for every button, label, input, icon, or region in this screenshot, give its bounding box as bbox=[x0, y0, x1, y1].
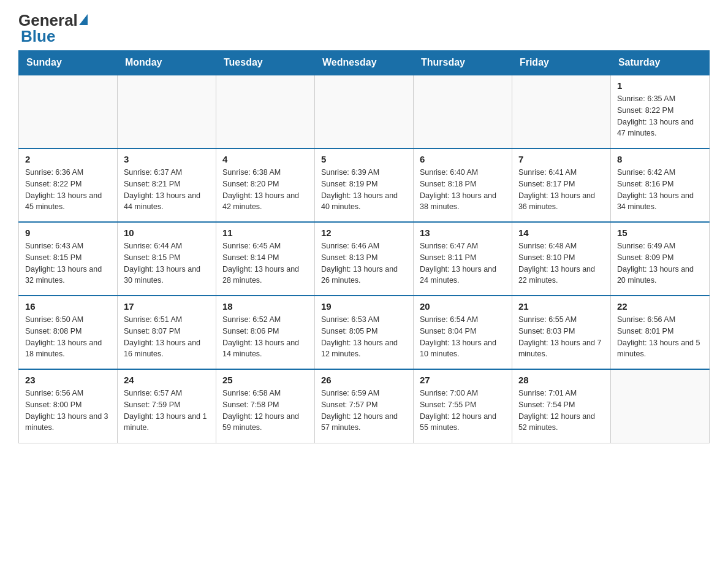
day-info: Sunrise: 6:56 AM Sunset: 8:01 PM Dayligh… bbox=[617, 314, 703, 360]
day-info: Sunrise: 6:47 AM Sunset: 8:11 PM Dayligh… bbox=[420, 240, 506, 286]
day-number: 20 bbox=[420, 301, 506, 312]
day-info: Sunrise: 6:38 AM Sunset: 8:20 PM Dayligh… bbox=[222, 167, 308, 213]
weekday-monday: Monday bbox=[117, 51, 216, 75]
day-number: 14 bbox=[518, 228, 604, 238]
day-info: Sunrise: 6:37 AM Sunset: 8:21 PM Dayligh… bbox=[124, 167, 210, 213]
calendar-cell: 5Sunrise: 6:39 AM Sunset: 8:19 PM Daylig… bbox=[314, 148, 413, 222]
page-header: General Blue bbox=[18, 12, 710, 44]
calendar-cell: 16Sunrise: 6:50 AM Sunset: 8:08 PM Dayli… bbox=[19, 296, 118, 369]
day-info: Sunrise: 6:46 AM Sunset: 8:13 PM Dayligh… bbox=[321, 240, 407, 286]
day-info: Sunrise: 7:01 AM Sunset: 7:54 PM Dayligh… bbox=[518, 388, 604, 434]
day-info: Sunrise: 6:48 AM Sunset: 8:10 PM Dayligh… bbox=[518, 240, 604, 286]
logo-blue-text: Blue bbox=[21, 28, 55, 44]
day-number: 4 bbox=[222, 154, 308, 164]
day-number: 7 bbox=[518, 154, 604, 164]
day-number: 12 bbox=[321, 228, 407, 238]
weekday-saturday: Saturday bbox=[610, 51, 709, 75]
day-info: Sunrise: 6:51 AM Sunset: 8:07 PM Dayligh… bbox=[124, 314, 210, 360]
calendar-cell: 15Sunrise: 6:49 AM Sunset: 8:09 PM Dayli… bbox=[610, 222, 709, 296]
calendar-cell: 20Sunrise: 6:54 AM Sunset: 8:04 PM Dayli… bbox=[413, 296, 512, 369]
calendar-cell: 25Sunrise: 6:58 AM Sunset: 7:58 PM Dayli… bbox=[216, 369, 314, 443]
calendar-cell: 11Sunrise: 6:45 AM Sunset: 8:14 PM Dayli… bbox=[216, 222, 314, 296]
logo-general-text: General bbox=[18, 12, 78, 28]
day-number: 8 bbox=[617, 154, 703, 164]
day-number: 28 bbox=[518, 375, 604, 385]
day-info: Sunrise: 6:50 AM Sunset: 8:08 PM Dayligh… bbox=[25, 314, 111, 360]
day-number: 3 bbox=[124, 154, 210, 164]
logo-triangle-icon bbox=[79, 14, 88, 25]
day-info: Sunrise: 6:57 AM Sunset: 7:59 PM Dayligh… bbox=[124, 388, 210, 434]
day-number: 13 bbox=[420, 228, 506, 238]
calendar-cell: 21Sunrise: 6:55 AM Sunset: 8:03 PM Dayli… bbox=[512, 296, 610, 369]
day-number: 18 bbox=[222, 301, 308, 312]
calendar-cell: 10Sunrise: 6:44 AM Sunset: 8:15 PM Dayli… bbox=[117, 222, 216, 296]
calendar-cell: 26Sunrise: 6:59 AM Sunset: 7:57 PM Dayli… bbox=[314, 369, 413, 443]
day-info: Sunrise: 6:59 AM Sunset: 7:57 PM Dayligh… bbox=[321, 388, 407, 434]
calendar-cell: 14Sunrise: 6:48 AM Sunset: 8:10 PM Dayli… bbox=[512, 222, 610, 296]
week-row-3: 9Sunrise: 6:43 AM Sunset: 8:15 PM Daylig… bbox=[19, 222, 710, 296]
day-number: 1 bbox=[617, 80, 703, 91]
calendar-cell: 4Sunrise: 6:38 AM Sunset: 8:20 PM Daylig… bbox=[216, 148, 314, 222]
calendar-cell: 23Sunrise: 6:56 AM Sunset: 8:00 PM Dayli… bbox=[19, 369, 118, 443]
day-info: Sunrise: 6:41 AM Sunset: 8:17 PM Dayligh… bbox=[518, 167, 604, 213]
day-info: Sunrise: 6:45 AM Sunset: 8:14 PM Dayligh… bbox=[222, 240, 308, 286]
day-number: 25 bbox=[222, 375, 308, 385]
day-info: Sunrise: 6:42 AM Sunset: 8:16 PM Dayligh… bbox=[617, 167, 703, 213]
calendar-cell bbox=[19, 75, 118, 148]
day-number: 16 bbox=[25, 301, 111, 312]
day-info: Sunrise: 6:36 AM Sunset: 8:22 PM Dayligh… bbox=[25, 167, 111, 213]
calendar-cell: 28Sunrise: 7:01 AM Sunset: 7:54 PM Dayli… bbox=[512, 369, 610, 443]
week-row-2: 2Sunrise: 6:36 AM Sunset: 8:22 PM Daylig… bbox=[19, 148, 710, 222]
day-info: Sunrise: 6:39 AM Sunset: 8:19 PM Dayligh… bbox=[321, 167, 407, 213]
day-number: 27 bbox=[420, 375, 506, 385]
calendar-cell: 7Sunrise: 6:41 AM Sunset: 8:17 PM Daylig… bbox=[512, 148, 610, 222]
calendar-cell: 19Sunrise: 6:53 AM Sunset: 8:05 PM Dayli… bbox=[314, 296, 413, 369]
day-number: 9 bbox=[25, 228, 111, 238]
calendar-cell bbox=[610, 369, 709, 443]
day-info: Sunrise: 6:49 AM Sunset: 8:09 PM Dayligh… bbox=[617, 240, 703, 286]
calendar-cell: 17Sunrise: 6:51 AM Sunset: 8:07 PM Dayli… bbox=[117, 296, 216, 369]
week-row-4: 16Sunrise: 6:50 AM Sunset: 8:08 PM Dayli… bbox=[19, 296, 710, 369]
day-number: 24 bbox=[124, 375, 210, 385]
day-number: 6 bbox=[420, 154, 506, 164]
week-row-5: 23Sunrise: 6:56 AM Sunset: 8:00 PM Dayli… bbox=[19, 369, 710, 443]
day-info: Sunrise: 6:53 AM Sunset: 8:05 PM Dayligh… bbox=[321, 314, 407, 360]
day-number: 17 bbox=[124, 301, 210, 312]
calendar-cell: 12Sunrise: 6:46 AM Sunset: 8:13 PM Dayli… bbox=[314, 222, 413, 296]
calendar-cell: 3Sunrise: 6:37 AM Sunset: 8:21 PM Daylig… bbox=[117, 148, 216, 222]
day-info: Sunrise: 7:00 AM Sunset: 7:55 PM Dayligh… bbox=[420, 388, 506, 434]
day-info: Sunrise: 6:40 AM Sunset: 8:18 PM Dayligh… bbox=[420, 167, 506, 213]
calendar-cell: 9Sunrise: 6:43 AM Sunset: 8:15 PM Daylig… bbox=[19, 222, 118, 296]
calendar-cell: 27Sunrise: 7:00 AM Sunset: 7:55 PM Dayli… bbox=[413, 369, 512, 443]
day-info: Sunrise: 6:52 AM Sunset: 8:06 PM Dayligh… bbox=[222, 314, 308, 360]
day-info: Sunrise: 6:44 AM Sunset: 8:15 PM Dayligh… bbox=[124, 240, 210, 286]
calendar-cell: 8Sunrise: 6:42 AM Sunset: 8:16 PM Daylig… bbox=[610, 148, 709, 222]
day-number: 26 bbox=[321, 375, 407, 385]
calendar-cell: 18Sunrise: 6:52 AM Sunset: 8:06 PM Dayli… bbox=[216, 296, 314, 369]
day-number: 23 bbox=[25, 375, 111, 385]
day-info: Sunrise: 6:55 AM Sunset: 8:03 PM Dayligh… bbox=[518, 314, 604, 360]
day-number: 21 bbox=[518, 301, 604, 312]
weekday-sunday: Sunday bbox=[19, 51, 118, 75]
day-number: 5 bbox=[321, 154, 407, 164]
calendar-cell: 1Sunrise: 6:35 AM Sunset: 8:22 PM Daylig… bbox=[610, 75, 709, 148]
day-info: Sunrise: 6:43 AM Sunset: 8:15 PM Dayligh… bbox=[25, 240, 111, 286]
weekday-tuesday: Tuesday bbox=[216, 51, 314, 75]
weekday-wednesday: Wednesday bbox=[314, 51, 413, 75]
weekday-thursday: Thursday bbox=[413, 51, 512, 75]
day-number: 10 bbox=[124, 228, 210, 238]
day-number: 2 bbox=[25, 154, 111, 164]
weekday-friday: Friday bbox=[512, 51, 610, 75]
day-number: 15 bbox=[617, 228, 703, 238]
calendar-cell bbox=[413, 75, 512, 148]
week-row-1: 1Sunrise: 6:35 AM Sunset: 8:22 PM Daylig… bbox=[19, 75, 710, 148]
calendar-cell: 2Sunrise: 6:36 AM Sunset: 8:22 PM Daylig… bbox=[19, 148, 118, 222]
day-info: Sunrise: 6:58 AM Sunset: 7:58 PM Dayligh… bbox=[222, 388, 308, 434]
calendar-cell: 6Sunrise: 6:40 AM Sunset: 8:18 PM Daylig… bbox=[413, 148, 512, 222]
day-info: Sunrise: 6:56 AM Sunset: 8:00 PM Dayligh… bbox=[25, 388, 111, 434]
calendar-cell: 13Sunrise: 6:47 AM Sunset: 8:11 PM Dayli… bbox=[413, 222, 512, 296]
day-info: Sunrise: 6:35 AM Sunset: 8:22 PM Dayligh… bbox=[617, 93, 703, 139]
weekday-header-row: SundayMondayTuesdayWednesdayThursdayFrid… bbox=[19, 51, 710, 75]
day-number: 11 bbox=[222, 228, 308, 238]
calendar-cell bbox=[216, 75, 314, 148]
